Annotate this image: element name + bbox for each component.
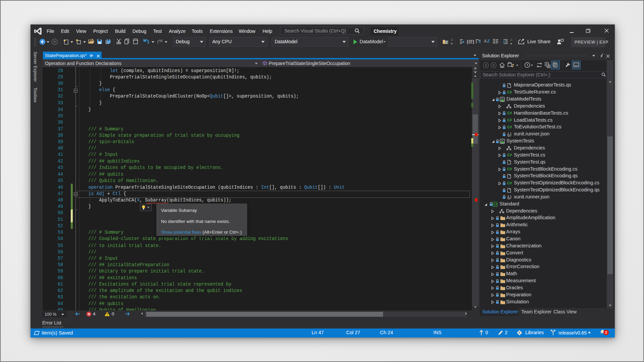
svg-text:C#: C# <box>493 203 497 206</box>
svg-text:A: A <box>484 39 487 44</box>
